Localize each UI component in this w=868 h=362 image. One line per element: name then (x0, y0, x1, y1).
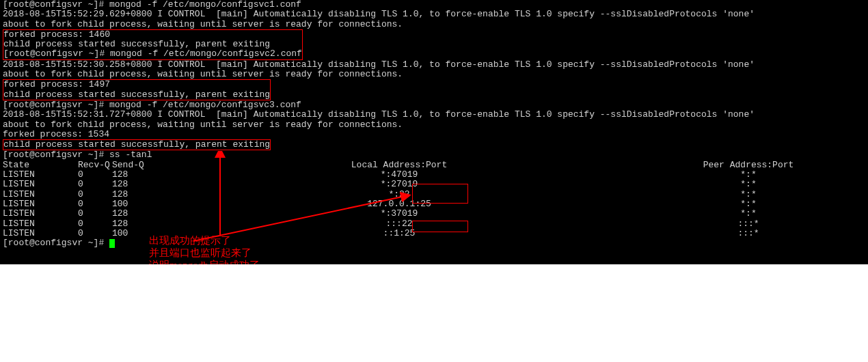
prompt: [root@configsvr ~]# (3, 48, 110, 59)
command: mongod -f /etc/mongo/configsvc2.conf (110, 48, 302, 59)
ss-row: LISTEN0128*:37019*:* (3, 209, 865, 219)
log-line: about to fork child process, waiting unt… (3, 120, 865, 130)
log-line: 2018-08-15T15:52:30.258+0800 I CONTROL [… (3, 60, 865, 70)
highlight-box: forked process: 1460 child process start… (3, 29, 303, 60)
command: ss -tanl (109, 150, 152, 160)
log-line: about to fork child process, waiting unt… (3, 20, 865, 29)
ss-row: LISTEN0100127.0.0.1:25*:* (3, 199, 865, 209)
prompt-line-3: [root@configsvr ~]# mongod -f /etc/mongo… (3, 100, 865, 110)
log-line: about to fork child process, waiting unt… (3, 70, 865, 79)
log-line: 2018-08-15T15:52:29.629+0800 I CONTROL [… (3, 10, 865, 19)
ss-row: LISTEN0128*:47019*:* (3, 170, 865, 180)
log-line: child process started successfully, pare… (3, 140, 270, 150)
ss-row: LISTEN0128:::22:::* (3, 219, 865, 229)
log-line: forked process: 1534 (3, 130, 865, 139)
prompt: [root@configsvr ~]# (3, 100, 109, 110)
prompt-line-2: [root@configsvr ~]# mongod -f /etc/mongo… (3, 49, 302, 59)
prompt-line-5: [root@configsvr ~]# (3, 238, 865, 248)
cursor (109, 239, 115, 248)
prompt: [root@configsvr ~]# (3, 238, 109, 248)
ss-row: LISTEN0100::1:25:::* (3, 229, 865, 238)
ss-row: LISTEN0128*:22*:* (3, 190, 865, 199)
terminal[interactable]: [root@configsvr ~]# mongod -f /etc/mongo… (0, 0, 868, 264)
log-line: forked process: 1497 (3, 80, 270, 89)
annotation-line-1: 出现成功的提示了 (149, 234, 260, 247)
prompt: [root@configsvr ~]# (3, 150, 109, 160)
prompt: [root@configsvr ~]# (3, 0, 109, 10)
annotation-line-3: 说明mongodb启动成功了 (149, 259, 260, 264)
log-line: child process started successfully, pare… (3, 90, 270, 100)
col-state: State (3, 161, 78, 170)
ss-row: LISTEN0128*:27019*:* (3, 180, 865, 189)
col-sendq: Send-Q (112, 161, 167, 170)
highlight-box: forked process: 1497 child process start… (3, 79, 271, 100)
highlight-box: child process started successfully, pare… (3, 139, 271, 150)
ss-header: State Recv-Q Send-Q Local Address:Port P… (3, 161, 865, 170)
command: mongod -f /etc/mongo/configsvc1.conf (109, 0, 301, 10)
prompt-line-4: [root@configsvr ~]# ss -tanl (3, 150, 865, 160)
col-recvq: Recv-Q (78, 161, 112, 170)
log-line: forked process: 1460 (3, 30, 302, 40)
command: mongod -f /etc/mongo/configsvc3.conf (109, 100, 301, 110)
annotation-text: 出现成功的提示了 并且端口也监听起来了 说明mongodb启动成功了 (149, 234, 260, 264)
log-line: child process started successfully, pare… (3, 40, 302, 49)
annotation-line-2: 并且端口也监听起来了 (149, 247, 260, 259)
log-line: 2018-08-15T15:52:31.727+0800 I CONTROL [… (3, 110, 865, 120)
col-peer: Peer Address:Port (632, 161, 865, 170)
prompt-line-1: [root@configsvr ~]# mongod -f /etc/mongo… (3, 0, 865, 10)
